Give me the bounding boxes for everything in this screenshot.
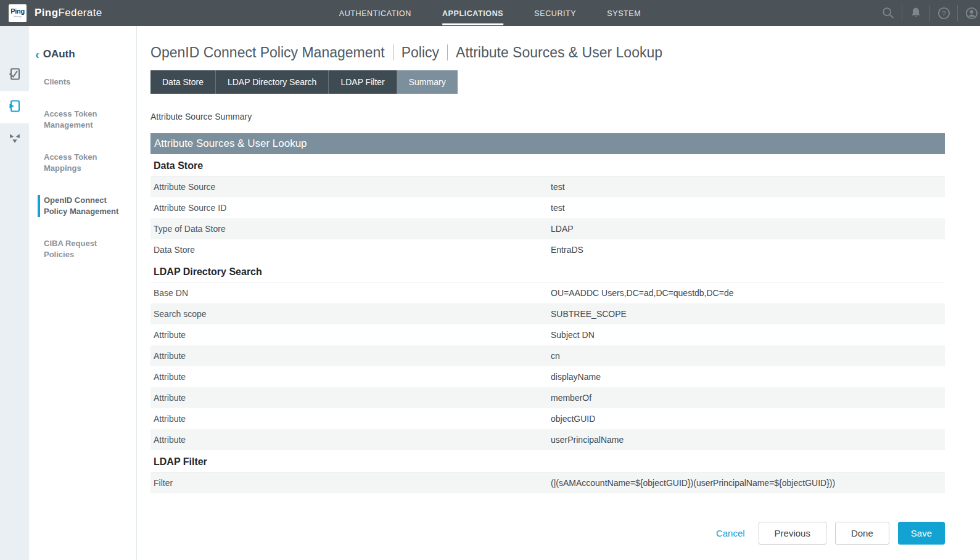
row-label: Filter [150, 472, 551, 493]
rail-item-mappings[interactable] [0, 123, 29, 155]
row-label: Attribute Source [150, 176, 551, 197]
table-row: Base DNOU=AADDC Users,DC=ad,DC=questdb,D… [150, 282, 945, 303]
previous-button[interactable]: Previous [759, 522, 826, 545]
chevron-left-icon: ‹ [35, 49, 39, 60]
primary-nav: AUTHENTICATION APPLICATIONS SECURITY SYS… [339, 0, 641, 26]
search-icon[interactable] [875, 6, 902, 20]
breadcrumb-divider [447, 44, 448, 60]
breadcrumb-segment: Attribute Sources & User Lookup [456, 43, 662, 62]
brand-light: Federate [58, 7, 102, 19]
nav-authentication[interactable]: AUTHENTICATION [339, 1, 411, 25]
sidebar-section-title: OAuth [43, 48, 75, 60]
row-label: Attribute Source ID [150, 197, 551, 218]
table-row: AttributedisplayName [150, 366, 945, 387]
row-value: userPrincipalName [551, 429, 945, 450]
sidebar-item-access-token-management[interactable]: Access Token Management [29, 109, 126, 131]
section-heading: LDAP Directory Search [150, 260, 945, 282]
row-value: Subject DN [551, 324, 945, 345]
summary-table-body: Data StoreAttribute SourcetestAttribute … [150, 154, 945, 493]
brand-title: PingFederate [35, 7, 102, 19]
row-value: EntraDS [551, 239, 945, 260]
row-label: Attribute [150, 387, 551, 408]
breadcrumb-segment: Policy [401, 43, 439, 62]
row-value: memberOf [551, 387, 945, 408]
topbar-icons: ? [875, 0, 980, 26]
breadcrumb-divider [393, 44, 393, 60]
ping-logo[interactable]: Ping Identity. [9, 4, 27, 22]
section-heading: LDAP Filter [150, 450, 945, 472]
app-window: Ping Identity. PingFederate AUTHENTICATI… [0, 0, 980, 560]
sidebar-item-openid-connect-policy-management[interactable]: OpenID Connect Policy Management [38, 195, 126, 217]
table-row: Attribute Sourcetest [150, 176, 945, 197]
nav-security[interactable]: SECURITY [534, 1, 576, 25]
table-row: AttributeSubject DN [150, 324, 945, 345]
nav-applications[interactable]: APPLICATIONS [442, 1, 503, 25]
sidebar: ‹ OAuth Clients Access Token Management … [29, 26, 137, 560]
ping-logo-subtext: Identity. [14, 15, 22, 18]
topbar: Ping Identity. PingFederate AUTHENTICATI… [0, 0, 980, 26]
row-value: SUBTREE_SCOPE [551, 303, 945, 324]
row-label: Type of Data Store [150, 218, 551, 239]
table-row: Attributecn [150, 345, 945, 366]
converge-arrows-icon [8, 131, 22, 147]
table-row: Data StoreEntraDS [150, 239, 945, 260]
row-label: Attribute [150, 408, 551, 429]
rail-item-token-management[interactable] [0, 91, 29, 123]
sidebar-back-oauth[interactable]: ‹ OAuth [29, 48, 136, 60]
ping-logo-text: Ping [10, 8, 25, 15]
wizard-tabs: Data Store LDAP Directory Search LDAP Fi… [150, 70, 945, 94]
tab-ldap-filter[interactable]: LDAP Filter [329, 70, 397, 94]
help-icon[interactable]: ? [930, 6, 957, 20]
row-label: Attribute [150, 324, 551, 345]
brand-bold: Ping [35, 7, 58, 19]
table-row: Filter(|(sAMAccountName=${objectGUID})(u… [150, 472, 945, 493]
row-label: Attribute [150, 429, 551, 450]
row-label: Search scope [150, 303, 551, 324]
summary-label: Attribute Source Summary [150, 112, 945, 121]
svg-text:?: ? [942, 9, 945, 17]
row-value: OU=AADDC Users,DC=ad,DC=questdb,DC=de [551, 282, 945, 303]
sidebar-item-access-token-mappings[interactable]: Access Token Mappings [29, 152, 126, 174]
tab-data-store[interactable]: Data Store [150, 70, 216, 94]
tab-ldap-directory-search[interactable]: LDAP Directory Search [216, 70, 329, 94]
summary-table: Attribute Sources & User Lookup Data Sto… [150, 133, 945, 493]
row-value: cn [551, 345, 945, 366]
breadcrumb-segment: OpenID Connect Policy Management [150, 43, 385, 62]
save-button[interactable]: Save [898, 522, 945, 545]
row-value: displayName [551, 366, 945, 387]
table-row: AttributeuserPrincipalName [150, 429, 945, 450]
clipboard-check-icon [7, 67, 22, 84]
cancel-link[interactable]: Cancel [716, 528, 745, 538]
page-body: ‹ OAuth Clients Access Token Management … [0, 26, 980, 560]
table-row: AttributememberOf [150, 387, 945, 408]
row-label: Attribute [150, 345, 551, 366]
footer-actions: Cancel Previous Done Save [150, 522, 945, 545]
tab-summary[interactable]: Summary [397, 70, 458, 94]
nav-system[interactable]: SYSTEM [607, 1, 641, 25]
table-row: Type of Data StoreLDAP [150, 218, 945, 239]
row-value: (|(sAMAccountName=${objectGUID})(userPri… [551, 472, 945, 493]
bell-icon[interactable] [902, 6, 929, 20]
row-label: Attribute [150, 366, 551, 387]
page-title: OpenID Connect Policy Management Policy … [150, 43, 945, 62]
table-row: AttributeobjectGUID [150, 408, 945, 429]
main-content: OpenID Connect Policy Management Policy … [137, 26, 980, 560]
row-label: Data Store [150, 239, 551, 260]
table-row: Search scopeSUBTREE_SCOPE [150, 303, 945, 324]
user-icon[interactable] [958, 6, 980, 20]
row-label: Base DN [150, 282, 551, 303]
sidebar-item-ciba-request-policies[interactable]: CIBA Request Policies [29, 238, 126, 260]
icon-rail [0, 26, 29, 560]
document-pen-icon [7, 99, 22, 116]
done-button[interactable]: Done [835, 522, 889, 545]
section-heading: Data Store [150, 154, 945, 176]
row-value: test [551, 176, 945, 197]
table-header: Attribute Sources & User Lookup [150, 133, 945, 154]
sidebar-item-clients[interactable]: Clients [29, 76, 126, 88]
row-value: objectGUID [551, 408, 945, 429]
row-value: test [551, 197, 945, 218]
rail-item-clients[interactable] [0, 59, 29, 91]
row-value: LDAP [551, 218, 945, 239]
table-row: Attribute Source IDtest [150, 197, 945, 218]
